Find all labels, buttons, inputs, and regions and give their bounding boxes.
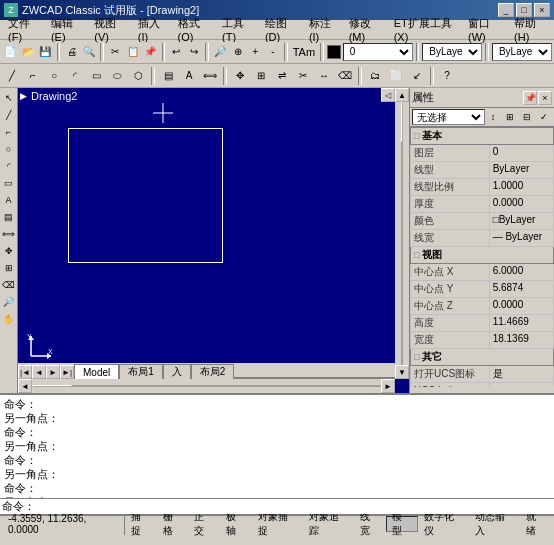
menu-help[interactable]: 帮助(H) xyxy=(508,14,552,45)
menu-view[interactable]: 视图(V) xyxy=(88,14,131,45)
prop-cy-val[interactable]: 5.6874 xyxy=(489,281,553,298)
prop-color-val[interactable]: □ByLayer xyxy=(489,213,553,230)
draw-line-button[interactable]: ╱ xyxy=(2,66,22,86)
prop-scroll-area[interactable]: □ 基本 图层 0 线型 ByLayer 线型比例 1.0000 xyxy=(410,127,554,387)
tab-last-button[interactable]: ►| xyxy=(60,365,74,379)
draw-ellipse-button[interactable]: ⬭ xyxy=(107,66,127,86)
print-preview-button[interactable]: 🔍 xyxy=(81,42,98,62)
panel-pin-button[interactable]: 📌 xyxy=(523,91,537,105)
vscroll-thumb[interactable] xyxy=(401,102,403,142)
draw-rect-button[interactable]: ▭ xyxy=(86,66,106,86)
panel-close-button[interactable]: × xyxy=(538,91,552,105)
left-erase[interactable]: ⌫ xyxy=(1,277,17,293)
prop-btn1[interactable]: ↕ xyxy=(485,109,501,125)
draw-polygon-button[interactable]: ⬡ xyxy=(128,66,148,86)
save-button[interactable]: 💾 xyxy=(37,42,54,62)
hscroll-track[interactable] xyxy=(32,385,381,387)
menu-file[interactable]: 文件(F) xyxy=(2,14,45,45)
prop-btn3[interactable]: ⊟ xyxy=(519,109,535,125)
tab-layout2[interactable]: 布局2 xyxy=(191,364,235,379)
tab-layout1[interactable]: 布局1 xyxy=(119,364,163,379)
help-btn[interactable]: ? xyxy=(437,66,457,86)
prop-linetype-val[interactable]: ByLayer xyxy=(489,162,553,179)
vscroll-up-button[interactable]: ▲ xyxy=(395,88,409,102)
color-swatch[interactable] xyxy=(327,45,341,59)
prop-btn4[interactable]: ✓ xyxy=(536,109,552,125)
left-hatch[interactable]: ▤ xyxy=(1,209,17,225)
prop-width-val[interactable]: 18.1369 xyxy=(489,332,553,349)
copy2-button[interactable]: ⊞ xyxy=(251,66,271,86)
status-digitizer-button[interactable]: 数字化仪 xyxy=(418,516,469,532)
trim-button[interactable]: ✂ xyxy=(293,66,313,86)
status-lineweight-button[interactable]: 线宽 xyxy=(354,516,386,532)
text-button[interactable]: A xyxy=(179,66,199,86)
menu-modify[interactable]: 修改(M) xyxy=(343,14,388,45)
vscrollbar[interactable]: ▲ ▼ xyxy=(395,88,409,379)
hscroll-thumb[interactable] xyxy=(32,385,72,387)
prop-cz-val[interactable]: 0.0000 xyxy=(489,298,553,315)
menu-tools[interactable]: 工具(T) xyxy=(216,14,259,45)
hscroll-right-button[interactable]: ► xyxy=(381,379,395,393)
dim-button[interactable]: ⟺ xyxy=(200,66,220,86)
status-osnap-button[interactable]: 对象捕捉 xyxy=(252,516,303,532)
layer-button[interactable]: 🗂 xyxy=(365,66,385,86)
left-line[interactable]: ╱ xyxy=(1,107,17,123)
erase-button[interactable]: ⌫ xyxy=(335,66,355,86)
prop-layer-val[interactable]: 0 xyxy=(489,145,553,162)
zoom-button[interactable]: 🔎 xyxy=(212,42,229,62)
left-rect[interactable]: ▭ xyxy=(1,175,17,191)
prop-height-val[interactable]: 11.4669 xyxy=(489,315,553,332)
left-pan[interactable]: ✋ xyxy=(1,311,17,327)
new-button[interactable]: 📄 xyxy=(2,42,19,62)
left-move[interactable]: ✥ xyxy=(1,243,17,259)
tab-prev-button[interactable]: ◄ xyxy=(32,365,46,379)
view-expand-icon[interactable]: □ xyxy=(414,250,422,260)
prop-lineweight-val[interactable]: — ByLayer xyxy=(489,230,553,247)
prop-btn2[interactable]: ⊞ xyxy=(502,109,518,125)
other-expand-icon[interactable]: □ xyxy=(414,352,422,362)
collapse-panel-button[interactable]: ◁ xyxy=(381,88,395,102)
left-arc[interactable]: ◜ xyxy=(1,158,17,174)
menu-dim[interactable]: 标注(I) xyxy=(303,14,343,45)
zoom-all-button[interactable]: ⊕ xyxy=(229,42,246,62)
no-select-combo[interactable]: 无选择 xyxy=(412,109,485,125)
prop-thickness-val[interactable]: 0.0000 xyxy=(489,196,553,213)
print-button[interactable]: 🖨 xyxy=(63,42,80,62)
undo-button[interactable]: ↩ xyxy=(168,42,185,62)
canvas-area[interactable]: ▶ Drawing2 ◁ X Y |◄ xyxy=(18,88,409,393)
open-button[interactable]: 📂 xyxy=(20,42,37,62)
menu-et[interactable]: ET扩展工具(X) xyxy=(388,14,462,45)
cut-button[interactable]: ✂ xyxy=(107,42,124,62)
prop-ucsicon-val[interactable]: 是 xyxy=(489,366,553,383)
vscroll-track[interactable] xyxy=(401,102,403,365)
menu-edit[interactable]: 编辑(E) xyxy=(45,14,88,45)
hscroll-left-button[interactable]: ◄ xyxy=(18,379,32,393)
tab-layout1-entry[interactable]: 入 xyxy=(163,364,191,379)
menu-insert[interactable]: 插入(I) xyxy=(132,14,172,45)
tab-next-button[interactable]: ► xyxy=(46,365,60,379)
status-otrack-button[interactable]: 对象追踪 xyxy=(303,516,354,532)
vscroll-down-button[interactable]: ▼ xyxy=(395,365,409,379)
left-dim[interactable]: ⟺ xyxy=(1,226,17,242)
status-snap-button[interactable]: 捕捉 xyxy=(125,516,157,532)
layer-combo[interactable]: 0 xyxy=(343,43,413,61)
lineweight-combo[interactable]: ByLayer xyxy=(492,43,552,61)
mirror-button[interactable]: ⇌ xyxy=(272,66,292,86)
left-select[interactable]: ↖ xyxy=(1,90,17,106)
menu-format[interactable]: 格式(O) xyxy=(172,14,216,45)
prop-ucsname-val[interactable] xyxy=(489,383,553,388)
left-circle[interactable]: ○ xyxy=(1,141,17,157)
extend-button[interactable]: ↔ xyxy=(314,66,334,86)
status-ortho-button[interactable]: 正交 xyxy=(188,516,220,532)
copy-button[interactable]: 📋 xyxy=(125,42,142,62)
hatch-button[interactable]: ▤ xyxy=(158,66,178,86)
basic-expand-icon[interactable]: □ xyxy=(414,131,422,141)
tab-model[interactable]: Model xyxy=(74,364,119,379)
status-polar-button[interactable]: 极轴 xyxy=(220,516,252,532)
insert-button[interactable]: ↙ xyxy=(407,66,427,86)
draw-circle-button[interactable]: ○ xyxy=(44,66,64,86)
zoom-out-button[interactable]: - xyxy=(265,42,282,62)
hscrollbar[interactable]: ◄ ► xyxy=(18,379,395,393)
block-button[interactable]: ⬜ xyxy=(386,66,406,86)
linetype-combo[interactable]: ByLayer xyxy=(422,43,482,61)
